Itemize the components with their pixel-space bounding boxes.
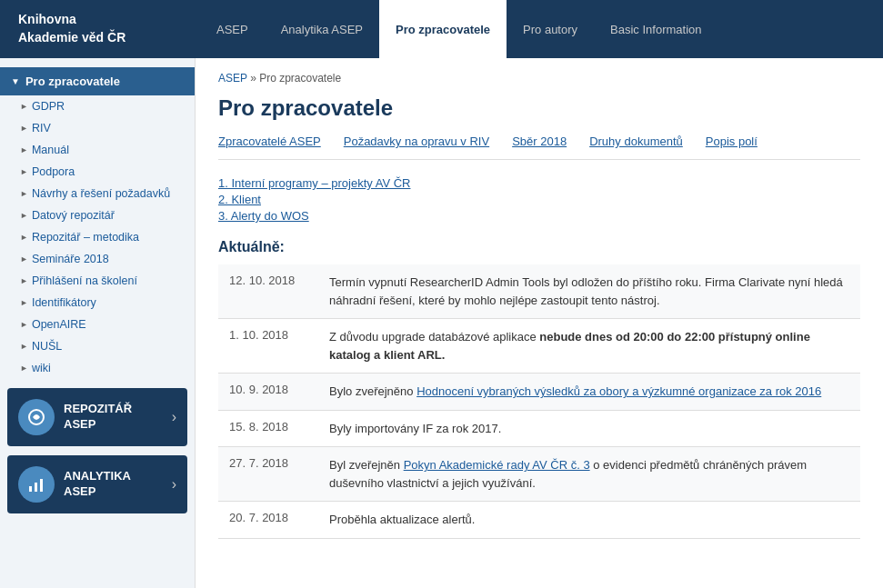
tab-pro-zpracovatele[interactable]: Pro zpracovatele [379,0,507,58]
link-sber-2018[interactable]: Sběr 2018 [512,135,567,148]
sidebar: Pro zpracovatele GDPR RIV Manuál Podpora… [0,58,196,588]
table-row: 15. 8. 2018 Byly importovány IF za rok 2… [218,410,860,447]
header: Knihovna Akademie věd ČR ASEP Analytika … [0,0,883,58]
table-row: 20. 7. 2018 Proběhla aktualizace alertů. [218,502,860,539]
repozitar-arrow-icon: › [172,409,176,425]
news-link-hodnoceni[interactable]: Hodnocení vybraných výsledků za obory a … [416,384,821,398]
link-popis-poli[interactable]: Popis polí [706,135,758,148]
news-text: Termín vypnutí ResearcherID Admin Tools … [318,264,860,319]
news-date: 10. 9. 2018 [218,374,318,411]
table-row: 10. 9. 2018 Bylo zveřejněno Hodnocení vy… [218,374,860,411]
news-text: Byly importovány IF za rok 2017. [318,410,860,447]
sidebar-item-seminare[interactable]: Semináře 2018 [0,248,195,270]
content-area: ASEP » Pro zpracovatele Pro zpracovatele… [196,58,883,588]
table-row: 27. 7. 2018 Byl zveřejněn Pokyn Akademic… [218,447,860,502]
news-date: 20. 7. 2018 [218,502,318,539]
news-link-pokyn[interactable]: Pokyn Akademické rady AV ČR č. 3 [404,458,590,472]
link-zpracovatele-asep[interactable]: Zpracovatelé ASEP [218,135,321,148]
news-date: 27. 7. 2018 [218,447,318,502]
breadcrumb: ASEP » Pro zpracovatele [218,72,860,85]
quick-links: 1. Interní programy – projekty AV ČR 2. … [218,176,860,223]
logo: Knihovna Akademie věd ČR [0,0,200,58]
table-row: 12. 10. 2018 Termín vypnutí ResearcherID… [218,264,860,319]
sidebar-item-nusl[interactable]: NUŠL [0,335,195,357]
repozitar-banner-text: REPOZITÁŘASEP [64,402,132,433]
tab-pro-autory[interactable]: Pro autory [507,0,594,58]
sidebar-item-datovy-repozitar[interactable]: Datový repozitář [0,204,195,226]
news-text: Bylo zveřejněno Hodnocení vybraných výsl… [318,374,860,411]
svg-rect-3 [40,479,43,492]
sidebar-item-wiki[interactable]: wiki [0,357,195,379]
content-links-bar: Zpracovatelé ASEP Požadavky na opravu v … [218,135,860,160]
sidebar-title: Pro zpracovatele [0,67,195,95]
link-pozadavky-riv[interactable]: Požadavky na opravu v RIV [344,135,489,148]
news-text: Z důvodu upgrade databázové aplikace neb… [318,319,860,374]
sidebar-item-manual[interactable]: Manuál [0,139,195,161]
sidebar-item-identifikatory[interactable]: Identifikátory [0,292,195,314]
quick-link-2[interactable]: 2. Klient [218,193,860,206]
page-title: Pro zpracovatele [218,95,860,121]
sidebar-item-openaire[interactable]: OpenAIRE [0,314,195,335]
quick-link-1[interactable]: 1. Interní programy – projekty AV ČR [218,176,860,190]
logo-text: Knihovna Akademie věd ČR [18,11,125,46]
sidebar-item-gdpr[interactable]: GDPR [0,95,195,117]
news-date: 1. 10. 2018 [218,319,318,374]
analytika-banner-text: ANALYTIKAASEP [64,469,131,500]
news-text: Byl zveřejněn Pokyn Akademické rady AV Č… [318,447,860,502]
sidebar-item-repozitar-metodika[interactable]: Repozitář – metodika [0,226,195,248]
sidebar-item-podpora[interactable]: Podpora [0,161,195,183]
news-text: Proběhla aktualizace alertů. [318,502,860,539]
repozitar-banner[interactable]: REPOZITÁŘASEP › [7,388,187,446]
svg-rect-1 [29,486,32,492]
news-date: 15. 8. 2018 [218,410,318,447]
analytika-banner[interactable]: ANALYTIKAASEP › [7,455,187,513]
section-title-aktualne: Aktuálně: [218,239,860,255]
analytika-arrow-icon: › [172,476,176,493]
quick-link-3[interactable]: 3. Alerty do WOS [218,209,860,223]
sidebar-item-prihlaseni[interactable]: Přihlášení na školení [0,270,195,292]
news-date: 12. 10. 2018 [218,264,318,319]
tab-analytika[interactable]: Analytika ASEP [265,0,379,58]
link-druhy-dokumentu[interactable]: Druhy dokumentů [589,135,683,148]
tab-asep[interactable]: ASEP [200,0,265,58]
table-row: 1. 10. 2018 Z důvodu upgrade databázové … [218,319,860,374]
main-layout: Pro zpracovatele GDPR RIV Manuál Podpora… [0,58,883,588]
sidebar-item-riv[interactable]: RIV [0,117,195,139]
breadcrumb-home-link[interactable]: ASEP [218,72,247,85]
main-nav: ASEP Analytika ASEP Pro zpracovatele Pro… [200,0,883,58]
svg-rect-2 [35,483,37,492]
tab-basic-information[interactable]: Basic Information [594,0,717,58]
repozitar-icon [18,399,55,435]
news-table: 12. 10. 2018 Termín vypnutí ResearcherID… [218,264,860,539]
sidebar-item-navrhy[interactable]: Návrhy a řešení požadavků [0,183,195,204]
analytika-icon [18,466,55,503]
